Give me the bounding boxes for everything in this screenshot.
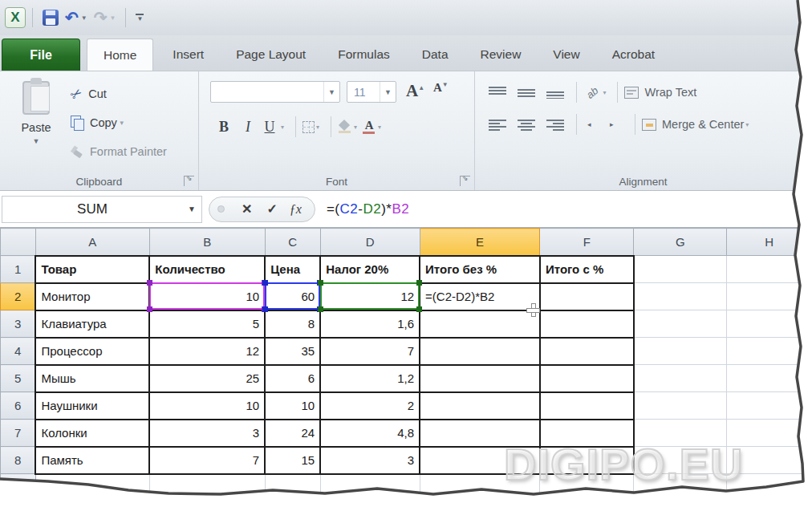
cancel-button[interactable]: ✕ xyxy=(234,201,259,217)
cell-f2[interactable] xyxy=(540,283,634,310)
redo-button[interactable]: ↷ ▼ xyxy=(91,8,120,27)
cell-a6[interactable]: Наушники xyxy=(35,392,149,420)
cell-c7[interactable]: 24 xyxy=(265,420,320,447)
insert-function-button[interactable]: ƒx xyxy=(285,202,307,217)
cell-e3[interactable] xyxy=(420,310,540,338)
cell-h2[interactable] xyxy=(727,283,812,310)
font-name-combo[interactable]: ▼ xyxy=(210,81,340,103)
tab-data[interactable]: Data xyxy=(406,39,465,71)
cell-b6[interactable]: 10 xyxy=(149,392,265,420)
undo-dropdown-icon[interactable]: ▼ xyxy=(81,14,87,22)
cell-d1[interactable]: Налог 20% xyxy=(320,256,420,283)
customize-qat-button[interactable]: ▼ xyxy=(132,12,147,23)
copy-dropdown-icon[interactable]: ▼ xyxy=(119,120,125,127)
cell-d4[interactable]: 7 xyxy=(320,338,420,365)
font-dialog-launcher-icon[interactable] xyxy=(460,176,470,186)
font-size-combo[interactable]: 11 ▼ xyxy=(347,81,396,103)
row-header-1[interactable]: 1 xyxy=(1,256,36,283)
cell-c4[interactable]: 35 xyxy=(265,338,320,365)
paste-button[interactable]: Paste ▼ xyxy=(11,78,61,168)
italic-button[interactable]: I xyxy=(236,119,260,136)
cell-d3[interactable]: 1,6 xyxy=(320,310,420,338)
cell-b5[interactable]: 25 xyxy=(149,365,265,392)
font-color-dropdown-icon[interactable]: ▾ xyxy=(378,124,381,131)
cell-h1[interactable] xyxy=(727,256,812,283)
tab-view[interactable]: View xyxy=(537,39,595,71)
merge-center-dropdown-icon[interactable]: ▾ xyxy=(745,121,749,128)
cell-b2[interactable]: 10 xyxy=(149,283,265,310)
cell-d5[interactable]: 1,2 xyxy=(320,365,420,392)
column-header-c[interactable]: C xyxy=(265,229,320,256)
undo-button[interactable]: ↶ ▼ xyxy=(62,8,91,27)
cell-c1[interactable]: Цена xyxy=(265,256,320,283)
font-color-button[interactable]: A xyxy=(362,120,376,134)
cell-h5[interactable] xyxy=(727,365,812,392)
row-header-7[interactable]: 7 xyxy=(1,420,36,447)
tab-acrobat[interactable]: Acrobat xyxy=(596,39,671,71)
cell-b8[interactable]: 7 xyxy=(149,447,265,474)
align-top-button[interactable] xyxy=(489,87,506,99)
cell-b1[interactable]: Количество xyxy=(149,256,265,283)
row-header-5[interactable]: 5 xyxy=(1,365,36,392)
cell-g5[interactable] xyxy=(634,365,727,392)
cell-b7[interactable]: 3 xyxy=(149,420,265,447)
merge-center-button[interactable]: Merge & Center xyxy=(662,118,744,131)
column-header-a[interactable]: A xyxy=(35,229,149,256)
bold-button[interactable]: B xyxy=(212,119,236,136)
row-header-8[interactable]: 8 xyxy=(1,447,36,474)
cell-a3[interactable]: Клавиатура xyxy=(35,310,149,338)
save-button[interactable] xyxy=(39,8,62,27)
cell-g2[interactable] xyxy=(634,283,727,310)
borders-button[interactable] xyxy=(302,121,315,133)
align-right-button[interactable] xyxy=(546,119,564,131)
column-header-b[interactable]: B xyxy=(149,229,265,256)
wrap-text-button[interactable]: Wrap Text xyxy=(644,86,696,99)
excel-logo-icon[interactable]: X xyxy=(5,7,26,28)
font-size-dropdown-icon[interactable]: ▼ xyxy=(380,82,396,102)
underline-button[interactable]: U xyxy=(260,119,279,136)
align-left-button[interactable] xyxy=(489,119,506,131)
column-header-f[interactable]: F xyxy=(540,229,634,256)
cell-c2[interactable]: 60 xyxy=(265,283,320,310)
enter-button[interactable]: ✓ xyxy=(259,201,284,217)
copy-button[interactable]: Copy ▼ xyxy=(71,108,167,137)
fill-color-dropdown-icon[interactable]: ▾ xyxy=(354,124,357,131)
cell-d2[interactable]: 12 xyxy=(320,283,420,310)
tab-insert[interactable]: Insert xyxy=(156,39,220,71)
align-middle-button[interactable] xyxy=(518,87,535,99)
cell-a7[interactable]: Колонки xyxy=(35,420,149,447)
cell-g4[interactable] xyxy=(634,338,727,365)
clipboard-dialog-launcher-icon[interactable] xyxy=(184,176,194,186)
cell-f3[interactable] xyxy=(540,310,634,338)
align-bottom-button[interactable] xyxy=(546,87,564,99)
row-header-4[interactable]: 4 xyxy=(1,338,36,365)
cell-g3[interactable] xyxy=(634,310,727,338)
paste-dropdown-icon[interactable]: ▼ xyxy=(33,137,40,145)
format-painter-button[interactable]: Format Painter xyxy=(71,137,167,166)
cell-a1[interactable]: Товар xyxy=(35,256,149,283)
fill-color-button[interactable] xyxy=(338,120,352,133)
column-header-h[interactable]: H xyxy=(727,229,812,256)
row-header-2[interactable]: 2 xyxy=(1,283,36,310)
cell-h6[interactable] xyxy=(727,392,812,420)
font-name-dropdown-icon[interactable]: ▼ xyxy=(323,82,339,102)
cut-button[interactable]: ✂ Cut xyxy=(71,79,167,108)
orientation-dropdown-icon[interactable]: ▾ xyxy=(603,89,606,96)
tab-review[interactable]: Review xyxy=(465,39,538,71)
tab-home[interactable]: Home xyxy=(87,39,153,71)
cell-a8[interactable]: Память xyxy=(35,447,149,474)
cell-e5[interactable] xyxy=(420,365,540,392)
cell-c6[interactable]: 10 xyxy=(265,392,320,420)
tab-file[interactable]: File xyxy=(2,39,80,71)
cell-e6[interactable] xyxy=(420,392,540,420)
orientation-button[interactable]: ab xyxy=(584,84,601,101)
select-all-corner[interactable] xyxy=(1,229,36,256)
row-header-3[interactable]: 3 xyxy=(1,310,36,338)
cell-f1[interactable]: Итого с % xyxy=(540,256,634,283)
cell-b3[interactable]: 5 xyxy=(149,310,265,338)
grow-font-button[interactable]: A▲ xyxy=(406,81,424,101)
increase-indent-button[interactable]: ▸ xyxy=(611,117,623,132)
cell-c8[interactable]: 15 xyxy=(265,447,320,474)
align-center-button[interactable] xyxy=(518,119,535,131)
name-box-dropdown-icon[interactable]: ▼ xyxy=(182,197,201,222)
